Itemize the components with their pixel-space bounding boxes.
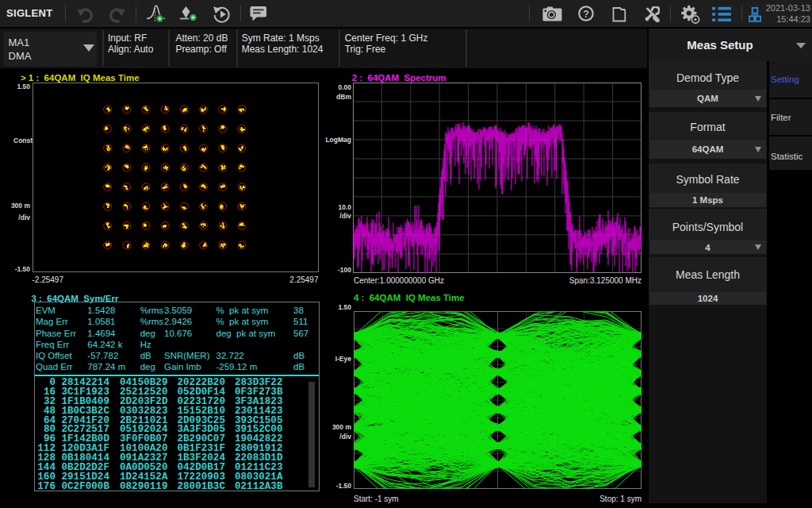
svg-text:?: ? [583, 9, 589, 20]
